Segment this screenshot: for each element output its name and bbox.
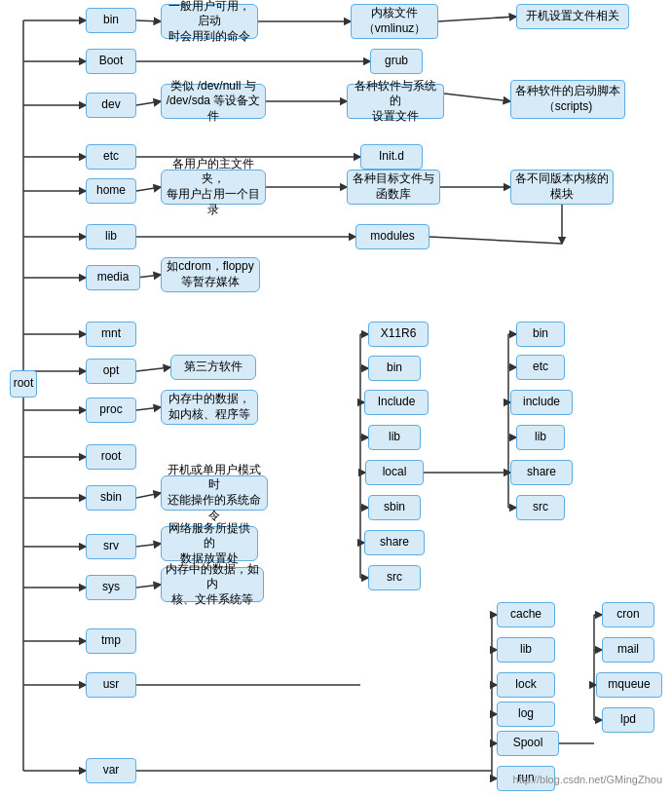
var-node: var [86,758,136,783]
svg-line-23 [136,101,161,105]
svg-line-38 [136,585,161,588]
svg-line-25 [444,94,510,101]
svg-line-35 [136,407,161,410]
root-node: root [10,370,37,398]
spool-lpd-node: lpd [602,707,654,733]
srv-desc-node: 网络服务所提供的 数据放置处 [161,526,258,561]
proc-desc-node: 内存中的数据， 如内核、程序等 [161,390,258,425]
svg-line-37 [136,544,161,547]
svg-line-21 [438,17,516,21]
media-node: media [86,265,140,290]
home2-node: 各种目标文件与 函数库 [347,170,440,205]
initd-node: Init.d [360,144,423,170]
usr-share-node: share [364,530,425,555]
settings-node: 各种软件与系统的 设置文件 [347,84,444,119]
grub-node: grub [370,49,423,74]
usr-bin-node: bin [368,356,421,381]
usr-x11-node: X11R6 [368,322,429,347]
srv-node: srv [86,534,136,559]
usr-sbin-node: sbin [368,495,421,520]
x11-src-node: src [516,495,565,520]
scripts-node: 各种软件的启动脚本 （scripts) [510,80,625,119]
svg-line-34 [136,367,170,371]
boot-files-node: 开机设置文件相关 [516,4,629,29]
opt-desc-node: 第三方软件 [170,355,256,380]
var-log-node: log [497,702,555,727]
root-dir-node: root [86,444,136,470]
boot-node: Boot [86,49,136,74]
x11-bin-node: bin [516,322,565,347]
usr-src-node: src [368,565,421,590]
lib-node: lib [86,224,136,249]
etc-node: etc [86,144,136,170]
x11-lib-node: lib [516,425,565,450]
home-desc-node: 各用户的主文件夹， 每用户占用一个目录 [161,170,266,205]
sys-desc-node: 内存中的数据，如内 核、文件系统等 [161,567,264,602]
diagram-container: root bin Boot dev etc home lib media mnt… [0,0,672,797]
svg-line-27 [136,187,161,191]
sbin-node: sbin [86,485,136,511]
usr-include-node: Include [364,390,429,415]
modules-node: modules [355,224,429,249]
spool-mqueue-node: mqueue [596,672,662,698]
usr-local-node: local [365,460,424,485]
x11-etc-node: etc [516,355,565,380]
bin-node: bin [86,8,136,33]
spool-mail-node: mail [602,637,654,663]
usr-lib-node: lib [368,425,421,450]
dev-desc-node: 类似 /dev/null 与 /dev/sda 等设备文件 [161,84,266,119]
var-spool-node: Spool [497,731,559,756]
x11-include-node: include [510,390,573,415]
var-lib-node: lib [497,637,555,663]
kernel-node: 内核文件 （vmlinuz） [351,4,438,39]
bin-desc-node: 一般用户可用，启动 时会用到的命令 [161,4,258,39]
watermark: http://blog.csdn.net/GMingZhou [513,774,662,785]
dev-node: dev [86,93,136,118]
sbin-desc-node: 开机或单用户模式时 还能操作的系统命令 [161,475,268,511]
mnt-node: mnt [86,322,136,347]
svg-line-32 [429,237,562,244]
home-node: home [86,178,136,204]
opt-node: opt [86,359,136,384]
lib-modules-node: 各不同版本内核的 模块 [510,170,614,205]
svg-line-36 [136,493,161,498]
var-lock-node: lock [497,672,555,698]
spool-cron-node: cron [602,602,654,627]
var-cache-node: cache [497,602,555,627]
sys-node: sys [86,575,136,600]
tmp-node: tmp [86,628,136,654]
usr-node: usr [86,672,136,698]
x11-share-node: share [510,460,573,485]
media-desc-node: 如cdrom，floppy 等暂存媒体 [161,257,260,292]
proc-node: proc [86,398,136,423]
svg-line-19 [136,20,161,21]
